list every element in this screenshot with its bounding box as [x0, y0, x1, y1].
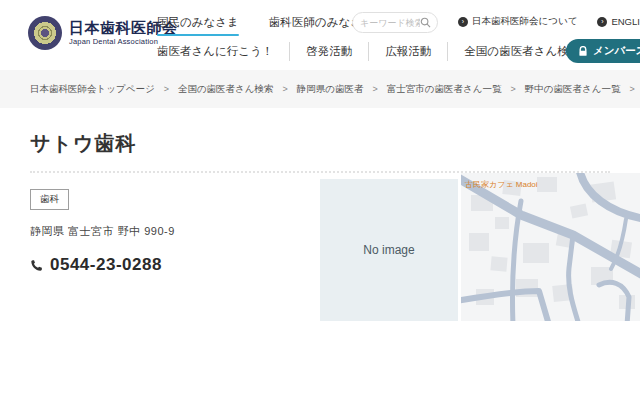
clinic-photo-placeholder: No image: [320, 179, 458, 321]
utility-nav: › 日本歯科医師会について › ENGLISH: [458, 15, 640, 28]
breadcrumb-national-search[interactable]: 全国の歯医者さん検索: [155, 83, 274, 96]
map-canvas: 古民家カフェ Madoi: [461, 173, 640, 321]
nav-item-awareness[interactable]: 啓発活動: [289, 42, 368, 61]
english-label: ENGLISH: [611, 16, 640, 27]
breadcrumb-current-page: サトウ歯科: [620, 83, 640, 96]
nav-item-pr[interactable]: 広報活動: [368, 42, 447, 61]
members-room-label: メンバーズルーム: [593, 44, 640, 58]
keyword-search-box[interactable]: [352, 12, 438, 33]
clinic-address: 静岡県 富士宮市 野中 990-9: [30, 224, 310, 239]
search-icon[interactable]: [420, 17, 431, 28]
breadcrumb-nonaka[interactable]: 野中の歯医者さん一覧: [502, 83, 621, 96]
breadcrumb-fujinomiya[interactable]: 富士宮市の歯医者さん一覧: [364, 83, 502, 96]
breadcrumb-bar: 日本歯科医師会トップページ 全国の歯医者さん検索 静岡県の歯医者 富士宮市の歯医…: [0, 70, 640, 108]
page-title: サトウ歯科: [0, 108, 640, 171]
site-logo[interactable]: 日本歯科医師会 Japan Dental Association: [28, 16, 178, 50]
map-poi-label: 古民家カフェ Madoi: [464, 180, 538, 189]
lock-icon: [578, 46, 588, 57]
primary-nav: 国民のみなさま 歯科医師のみなさま: [157, 15, 374, 36]
about-jda-label: 日本歯科医師会について: [472, 15, 577, 28]
breadcrumb-shizuoka[interactable]: 静岡県の歯医者: [274, 83, 364, 96]
breadcrumb-home[interactable]: 日本歯科医師会トップページ: [30, 83, 155, 96]
clinic-info: 歯科 静岡県 富士宮市 野中 990-9 0544-23-0288: [30, 188, 310, 275]
jda-emblem-icon: [28, 16, 62, 50]
circle-arrow-icon: ›: [597, 17, 607, 27]
category-badge: 歯科: [30, 189, 69, 210]
clinic-phone-number[interactable]: 0544-23-0288: [50, 255, 162, 275]
phone-row: 0544-23-0288: [30, 255, 310, 275]
main-content: サトウ歯科 歯科 静岡県 富士宮市 野中 990-9 0544-23-0288 …: [0, 108, 640, 343]
secondary-nav: 歯医者さんに行こう！ 啓発活動 広報活動 全国の歯医者さん検索: [157, 42, 596, 61]
members-room-button[interactable]: メンバーズルーム: [566, 39, 640, 63]
nav-item-go-to-dentist[interactable]: 歯医者さんに行こう！: [157, 42, 289, 61]
phone-icon: [30, 259, 43, 272]
about-jda-link[interactable]: › 日本歯科医師会について: [458, 15, 577, 28]
clinic-detail-section: 歯科 静岡県 富士宮市 野中 990-9 0544-23-0288 No ima…: [0, 173, 640, 343]
search-input[interactable]: [360, 18, 420, 28]
no-image-label: No image: [363, 243, 414, 257]
tab-citizens[interactable]: 国民のみなさま: [157, 15, 239, 36]
location-map[interactable]: 古民家カフェ Madoi: [461, 173, 640, 321]
english-link[interactable]: › ENGLISH: [597, 15, 640, 28]
breadcrumb: 日本歯科医師会トップページ 全国の歯医者さん検索 静岡県の歯医者 富士宮市の歯医…: [30, 83, 640, 96]
circle-arrow-icon: ›: [458, 17, 468, 27]
site-header: 日本歯科医師会 Japan Dental Association 国民のみなさま…: [0, 0, 640, 70]
